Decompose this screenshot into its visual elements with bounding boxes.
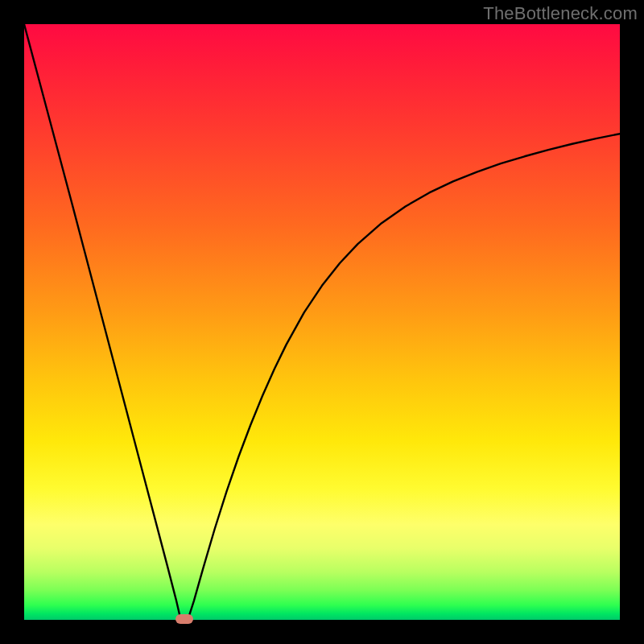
chart-frame: TheBottleneck.com xyxy=(0,0,644,644)
curve-svg xyxy=(24,24,620,620)
watermark-text: TheBottleneck.com xyxy=(483,3,638,24)
plot-area xyxy=(24,24,620,620)
curve-right-branch xyxy=(188,134,620,617)
curve-left-branch xyxy=(24,24,180,617)
minimum-marker xyxy=(175,614,193,624)
